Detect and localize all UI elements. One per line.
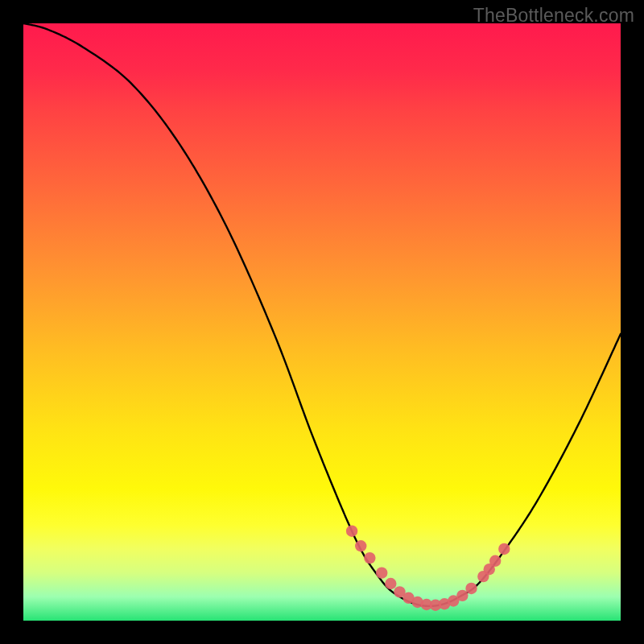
marker-point — [355, 540, 366, 551]
marker-point — [346, 526, 357, 537]
marker-point — [489, 555, 501, 567]
bottleneck-curve — [23, 23, 621, 606]
marker-point — [385, 578, 396, 589]
marker-point — [498, 543, 510, 555]
chart-svg — [23, 23, 621, 621]
highlighted-points — [346, 526, 510, 611]
plot-area — [23, 23, 621, 621]
marker-point — [376, 567, 387, 578]
chart-frame: TheBottleneck.com — [0, 0, 644, 644]
marker-point — [465, 583, 477, 594]
marker-point — [456, 590, 468, 601]
watermark-text: TheBottleneck.com — [473, 5, 634, 27]
marker-point — [364, 552, 375, 564]
curve-path — [23, 23, 621, 606]
